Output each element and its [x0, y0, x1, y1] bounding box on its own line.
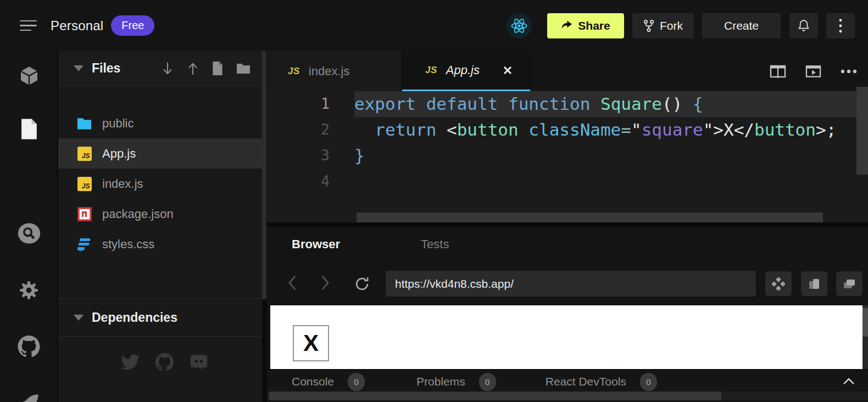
devtools-tab-label: Console: [292, 375, 334, 388]
file-row-App.js[interactable]: JSApp.js: [58, 138, 262, 169]
url-input[interactable]: [386, 271, 756, 297]
line-number: 3: [267, 143, 330, 169]
panel-divider[interactable]: [267, 222, 868, 226]
close-icon[interactable]: [503, 65, 513, 75]
editor-tab-index.js[interactable]: JSindex.js: [267, 51, 402, 91]
chevron-down-icon: [74, 65, 84, 71]
code-token: [519, 120, 529, 139]
settings-gear-icon[interactable]: [0, 280, 58, 301]
devtools-tab-problems[interactable]: Problems0: [416, 373, 496, 391]
devtools-tab-console[interactable]: Console0: [292, 373, 365, 391]
devtools-tab-react-devtools[interactable]: React DevTools0: [546, 373, 657, 391]
code-content: export default function Square() {: [354, 91, 868, 117]
code-token: }: [354, 146, 365, 165]
create-button-label: Create: [724, 19, 759, 32]
search-icon[interactable]: [0, 222, 58, 244]
preview-window-icon[interactable]: [805, 64, 821, 79]
count-badge: 0: [640, 373, 657, 391]
count-badge: 0: [348, 373, 365, 391]
browser-navbar: [267, 263, 868, 305]
preview-scrollbar-thumb[interactable]: [863, 308, 868, 337]
npm-icon: [77, 207, 92, 221]
file-label: index.js: [102, 177, 143, 191]
square-button[interactable]: X: [293, 325, 329, 361]
github-icon[interactable]: [0, 336, 58, 358]
code-line-3: 3}: [267, 143, 868, 169]
twitter-icon[interactable]: [121, 354, 140, 371]
fork-button[interactable]: Fork: [632, 13, 694, 38]
code-editor[interactable]: 1export default function Square() {2 ret…: [267, 91, 868, 222]
upload-arrow-icon[interactable]: [186, 61, 199, 76]
count-badge: 0: [479, 373, 496, 391]
code-token: className: [528, 120, 621, 139]
file-label: package.json: [102, 207, 174, 221]
new-file-icon[interactable]: [212, 61, 224, 76]
files-scrollbar-thumb[interactable]: [262, 51, 266, 299]
code-token: [682, 94, 693, 114]
code-token: [416, 94, 426, 114]
line-number: 2: [267, 117, 330, 143]
files-section-header[interactable]: Files: [58, 51, 262, 86]
chevron-down-icon: [74, 315, 84, 321]
css-icon: [77, 237, 92, 252]
popout-icon[interactable]: [836, 271, 863, 296]
file-explorer-icon[interactable]: [0, 118, 58, 140]
dependencies-section-header[interactable]: Dependencies: [58, 298, 262, 337]
devtools-scrollbar-track[interactable]: [267, 392, 868, 400]
code-token: default: [426, 94, 498, 114]
code-content: [354, 169, 868, 194]
github-icon[interactable]: [155, 353, 174, 371]
tab-label: index.js: [309, 64, 350, 79]
preview-scrollbar-track[interactable]: [863, 305, 868, 369]
app-header: Personal Free Share Fork Create: [0, 0, 868, 51]
share-button-label: Share: [578, 19, 610, 32]
forward-icon[interactable]: [321, 275, 330, 291]
responsive-preview-icon[interactable]: [801, 271, 827, 296]
editor-vscrollbar-thumb[interactable]: [856, 87, 868, 175]
code-content: return <button className="square">X</but…: [354, 117, 868, 143]
code-token: Square: [600, 94, 662, 114]
file-row-public[interactable]: public: [58, 108, 262, 138]
chevron-up-icon[interactable]: [843, 377, 855, 385]
share-button[interactable]: Share: [547, 13, 624, 38]
js-file-icon: JS: [425, 65, 437, 76]
file-row-package.json[interactable]: package.json: [58, 199, 262, 229]
tab-tests[interactable]: Tests: [421, 237, 449, 252]
file-row-styles.css[interactable]: styles.css: [58, 229, 262, 259]
code-token: (): [662, 94, 682, 114]
tab-browser[interactable]: Browser: [292, 237, 340, 252]
code-token: {: [693, 94, 703, 114]
fork-button-label: Fork: [660, 19, 683, 32]
diamond-grid-icon[interactable]: [765, 271, 792, 296]
create-button[interactable]: Create: [702, 13, 781, 38]
code-line-4: 4: [267, 169, 868, 194]
download-arrow-icon[interactable]: [161, 61, 174, 76]
devtools-tab-label: React DevTools: [546, 375, 626, 388]
split-view-icon[interactable]: [770, 64, 786, 79]
code-token: </: [734, 120, 754, 139]
file-row-index.js[interactable]: JSindex.js: [58, 169, 262, 199]
more-menu-button[interactable]: [826, 13, 855, 38]
js-file-icon: JS: [77, 147, 92, 161]
devtools-scrollbar-thumb[interactable]: [269, 392, 721, 400]
back-icon[interactable]: [288, 275, 297, 291]
code-content: }: [354, 143, 868, 169]
cube-icon[interactable]: [0, 65, 58, 87]
workspace-name[interactable]: Personal: [51, 18, 103, 34]
rocket-icon[interactable]: [0, 393, 58, 402]
code-line-1: 1export default function Square() {: [267, 91, 868, 117]
line-number: 4: [267, 169, 330, 194]
code-token: button: [457, 120, 519, 139]
editor-tab-App.js[interactable]: JSApp.js: [402, 51, 531, 91]
menu-icon[interactable]: [20, 18, 38, 34]
devtools-bar: Console0Problems0React DevTools0: [267, 369, 868, 402]
folder-icon: [77, 117, 92, 130]
code-token: X: [724, 120, 734, 139]
preview-frame: X: [270, 305, 863, 369]
refresh-icon[interactable]: [354, 276, 370, 292]
notifications-button[interactable]: [789, 13, 818, 38]
new-folder-icon[interactable]: [236, 62, 251, 75]
discord-icon[interactable]: [190, 354, 208, 371]
ellipsis-icon[interactable]: [841, 69, 857, 74]
editor-hscrollbar-thumb[interactable]: [357, 213, 823, 222]
